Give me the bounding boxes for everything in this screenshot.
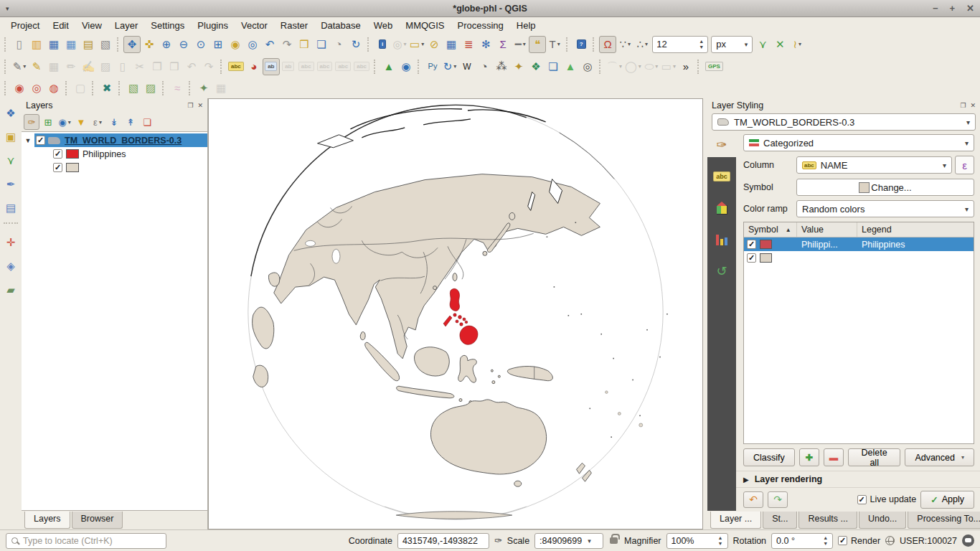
metadata-search-button[interactable]: ◎ xyxy=(28,80,45,97)
text-annotation-button[interactable]: T▾ xyxy=(546,36,563,53)
menu-layer[interactable]: Layer xyxy=(108,19,145,32)
osm-tools-button[interactable]: W xyxy=(458,58,476,75)
lock-scale-icon[interactable] xyxy=(610,537,618,544)
menu-project[interactable]: Project xyxy=(4,19,46,32)
close-button[interactable]: ✕ xyxy=(966,4,974,13)
processing-history-button[interactable]: ↻▾ xyxy=(441,58,458,75)
column-select[interactable]: abc NAME xyxy=(796,156,952,174)
refresh-map-button[interactable]: ↻ xyxy=(347,36,364,53)
layer-rendering-section[interactable]: ▶ Layer rendering xyxy=(736,471,980,488)
float-panel-icon[interactable]: ❐ xyxy=(960,102,966,109)
error-inspector-button[interactable]: ◍ xyxy=(45,80,62,97)
snapping-tolerance-value[interactable]: 12 xyxy=(652,36,708,53)
toolbar-overflow-button[interactable]: » xyxy=(677,58,694,75)
legend-item-row[interactable]: Philippines xyxy=(22,147,207,161)
view-3d-tab[interactable] xyxy=(707,196,736,220)
dem-terrain-button[interactable]: ▲ xyxy=(562,58,579,75)
new-spatialite-layer-button[interactable]: ✒ xyxy=(2,175,19,192)
dropdown-arrow-icon[interactable]: ▾ xyxy=(645,41,648,47)
close-panel-icon[interactable]: ✕ xyxy=(197,102,203,109)
coordinate-input[interactable]: 4315749,-1493822 xyxy=(397,533,489,549)
zoom-full-button[interactable]: ⊞ xyxy=(209,36,227,53)
search-binoculars-button[interactable]: ◎ xyxy=(579,58,596,75)
layer-diagram-button[interactable]: ◕ xyxy=(245,58,263,75)
vector-tools-hammer-button[interactable]: ✦ xyxy=(195,80,212,97)
snapping-tolerance-button[interactable]: ∴▾ xyxy=(633,36,651,53)
dock-tab[interactable]: Browser xyxy=(72,512,123,529)
category-row[interactable] xyxy=(744,251,974,265)
dock-tab[interactable]: Undo... xyxy=(859,512,906,529)
map-canvas[interactable] xyxy=(208,98,703,529)
rotation-spinbox[interactable]: 0.0 ° xyxy=(771,533,833,549)
advanced-button[interactable]: Advanced▾ xyxy=(905,448,974,466)
remove-layer-button[interactable]: ❏ xyxy=(139,114,155,130)
snapping-marker-button[interactable]: ≀▾ xyxy=(788,36,806,53)
maximize-button[interactable]: + xyxy=(950,4,956,13)
menu-plugins[interactable]: Plugins xyxy=(191,19,235,32)
filter-legend-button[interactable]: ▼ xyxy=(73,114,89,130)
spinner-arrows-icon[interactable] xyxy=(823,535,828,546)
category-row[interactable]: Philippi... Philippines xyxy=(744,237,974,251)
diagrams-tab[interactable] xyxy=(707,227,736,252)
layer-visibility-checkbox[interactable] xyxy=(36,136,45,145)
layer-name[interactable]: TM_WORLD_BORDERS-0.3 xyxy=(65,136,182,146)
expand-all-button[interactable]: ↡ xyxy=(106,114,122,130)
menu-settings[interactable]: Settings xyxy=(144,19,191,32)
dock-tab[interactable]: Layer ... xyxy=(710,512,761,529)
legend-color-swatch[interactable] xyxy=(66,163,79,172)
live-update-checkbox[interactable] xyxy=(857,495,867,504)
dropdown-arrow-icon[interactable]: ▾ xyxy=(99,119,102,126)
pan-to-selection-button[interactable]: ✜ xyxy=(141,36,158,53)
classify-button[interactable]: Classify xyxy=(743,448,795,466)
render-toggle[interactable]: Render xyxy=(838,536,880,546)
expression-builder-button[interactable]: ε xyxy=(955,156,974,174)
first-aid-debug-button[interactable]: ⁂ xyxy=(493,58,510,75)
menu-view[interactable]: View xyxy=(75,19,108,32)
zoom-out-button[interactable]: ⊖ xyxy=(175,36,192,53)
osm-place-search-button[interactable]: ◉ xyxy=(397,58,415,75)
show-spatial-bookmarks-button[interactable]: ❏ xyxy=(313,36,330,53)
categories-table-header[interactable]: Symbol▲ Value Legend xyxy=(744,222,974,237)
redo-style-button[interactable]: ↷ xyxy=(768,491,788,508)
open-attribute-table-button[interactable]: ▦ xyxy=(443,36,460,53)
snapping-units[interactable]: px xyxy=(711,36,753,53)
scale-select[interactable]: :84909699 xyxy=(534,533,603,549)
zoom-in-button[interactable]: ⊕ xyxy=(158,36,175,53)
filter-by-expression-button[interactable]: ε▾ xyxy=(90,114,105,130)
float-panel-icon[interactable]: ❐ xyxy=(187,102,193,109)
category-checkbox[interactable] xyxy=(747,240,756,249)
new-spatial-bookmark-button[interactable]: ❒ xyxy=(296,36,313,53)
temporal-clock-button[interactable]: ◔ xyxy=(476,58,493,75)
topology-editor-button[interactable]: ▰ xyxy=(2,281,19,298)
zoom-native-button[interactable]: ⊙ xyxy=(192,36,209,53)
legend-item-checkbox[interactable] xyxy=(53,149,62,159)
map-tips-button[interactable]: ❝ xyxy=(529,36,546,53)
menu-help[interactable]: Help xyxy=(510,19,542,32)
apply-button[interactable]: ✓Apply xyxy=(920,491,974,509)
live-update-toggle[interactable]: Live update xyxy=(857,494,917,504)
dropdown-arrow-icon[interactable]: ▾ xyxy=(523,41,526,47)
dropdown-arrow-icon[interactable]: ▾ xyxy=(673,63,676,70)
measure-button[interactable]: ━▾ xyxy=(512,36,529,53)
dock-tab[interactable]: Results ... xyxy=(798,512,857,529)
georeferencer-crosshair-button[interactable]: ✛ xyxy=(2,233,19,250)
symbol-change-button[interactable]: Change... xyxy=(796,179,974,196)
layer-tree-root-row[interactable]: ▼ TM_WORLD_BORDERS-0.3 xyxy=(22,133,207,147)
locator-search[interactable] xyxy=(6,533,166,549)
crs-user-label[interactable]: USER:100027 xyxy=(900,536,957,546)
new-print-layout-button[interactable]: ▤ xyxy=(80,36,97,53)
new-project-button[interactable]: ▯ xyxy=(11,36,28,53)
statistical-summary-button[interactable]: Σ xyxy=(494,36,512,53)
menu-edit[interactable]: Edit xyxy=(46,19,75,32)
geoprocessing-drop-button[interactable]: ❖ xyxy=(527,58,545,75)
close-panel-icon[interactable]: ✕ xyxy=(970,102,976,109)
dropdown-arrow-icon[interactable]: ▾ xyxy=(453,63,456,70)
legend-color-swatch[interactable] xyxy=(66,149,79,159)
temporal-controller-button[interactable]: ◔ xyxy=(330,36,347,53)
resource-tools-button[interactable]: ✦ xyxy=(510,58,527,75)
zoom-to-layer-button[interactable]: ◎ xyxy=(244,36,261,53)
layout-manager-button[interactable]: ▧ xyxy=(97,36,114,53)
pan-map-button[interactable]: ✥ xyxy=(123,36,141,53)
crs-globe-icon[interactable] xyxy=(885,536,895,545)
deselect-features-button[interactable]: ⊘ xyxy=(425,36,443,53)
